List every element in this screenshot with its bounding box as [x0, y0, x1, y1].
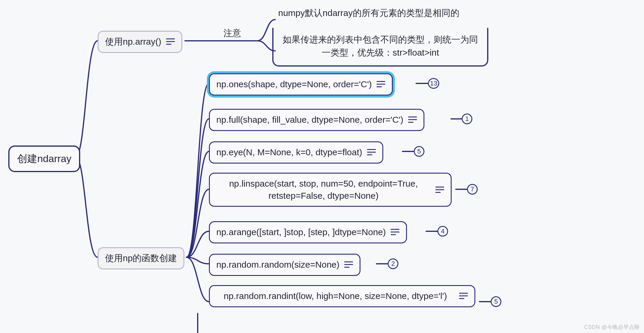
attention-note-1: numpy默认ndarray的所有元素的类型是相同的: [278, 7, 459, 19]
fn-np-random-random[interactable]: np.random.random(size=None): [209, 254, 360, 276]
branch1-label: 使用np.array(): [105, 36, 161, 48]
notes-icon: [391, 229, 400, 235]
notes-icon: [459, 293, 468, 299]
branch2-label: 使用np的函数创建: [105, 252, 177, 264]
notes-icon: [376, 81, 385, 88]
notes-icon: [344, 261, 353, 268]
notes-icon: [408, 117, 417, 123]
fn-label: np.linspace(start, stop, num=50, endpoin…: [216, 178, 431, 202]
notes-icon: [367, 149, 376, 156]
fn-np-arange[interactable]: np.arange([start, ]stop, [step, ]dtype=N…: [209, 221, 407, 243]
watermark: CSDN @今晚必早点睡: [584, 324, 640, 331]
root-label: 创建ndarray: [17, 152, 71, 166]
badge-np-arange[interactable]: 4: [437, 226, 448, 237]
fn-np-random-randint[interactable]: np.random.randint(low, high=None, size=N…: [209, 285, 475, 307]
badge-np-random-randint[interactable]: 5: [491, 296, 501, 307]
badge-np-linspace[interactable]: 7: [467, 184, 478, 195]
fn-np-linspace[interactable]: np.linspace(start, stop, num=50, endpoin…: [209, 173, 452, 207]
badge-np-eye[interactable]: 5: [414, 146, 424, 157]
root-node[interactable]: 创建ndarray: [8, 146, 80, 172]
badge-np-random-random[interactable]: 2: [388, 258, 398, 269]
fn-np-ones[interactable]: np.ones(shape, dtype=None, order='C'): [209, 73, 393, 96]
badge-np-ones[interactable]: 13: [428, 78, 439, 89]
fn-np-eye[interactable]: np.eye(N, M=None, k=0, dtype=float): [209, 141, 383, 164]
fn-label: np.full(shape, fill_value, dtype=None, o…: [216, 114, 403, 126]
fn-np-full[interactable]: np.full(shape, fill_value, dtype=None, o…: [209, 109, 424, 131]
fn-label: np.random.randint(low, high=None, size=N…: [216, 290, 454, 302]
attention-note-2: 如果传进来的列表中包含不同的类型，则统一为同一类型，优先级：str>float>…: [272, 28, 488, 67]
notes-icon: [435, 187, 444, 193]
branch-use-np-functions[interactable]: 使用np的函数创建: [98, 247, 184, 269]
fn-label: np.arange([start, ]stop, [step, ]dtype=N…: [216, 226, 386, 238]
attention-note-2-text: 如果传进来的列表中包含不同的类型，则统一为同一类型，优先级：str>float>…: [283, 35, 478, 57]
edge-label-attention: 注意: [223, 27, 241, 39]
notes-icon: [166, 38, 175, 45]
fn-label: np.random.random(size=None): [216, 259, 339, 271]
fn-label: np.ones(shape, dtype=None, order='C'): [216, 78, 372, 90]
badge-np-full[interactable]: 1: [462, 114, 472, 124]
branch-use-np-array[interactable]: 使用np.array(): [98, 31, 182, 53]
fn-label: np.eye(N, M=None, k=0, dtype=float): [216, 146, 362, 159]
